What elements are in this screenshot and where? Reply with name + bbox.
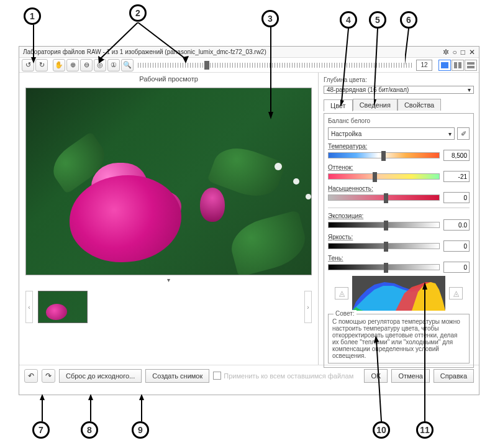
strip-next-button[interactable]: › [304,291,312,323]
view-split-h-button[interactable] [465,60,477,71]
eyedropper-icon: ✐ [461,130,466,138]
callout-9: 9 [132,421,149,439]
histogram [352,276,445,311]
svg-rect-27 [467,62,475,65]
callout-5: 5 [369,11,386,29]
rotate-left-button[interactable]: ↺ [22,59,34,71]
shadow-clip-warning-button[interactable]: ◬ [335,287,348,299]
callout-7: 7 [32,421,50,439]
thumbnail-strip: ‹ › [25,288,312,326]
maximize-icon[interactable]: □ [461,48,465,57]
svg-rect-25 [454,62,457,68]
brightness-label: Яркость: [328,234,470,240]
hint-title: Совет: [334,310,356,317]
thumbnail-item[interactable] [38,291,88,323]
warning-icon: ◬ [453,289,459,298]
callout-1: 1 [24,7,41,25]
preview-pane: Рабочий просмотр ▾ ‹ › [19,73,319,365]
warning-icon: ◬ [339,289,345,298]
tab-properties[interactable]: Свойства [397,99,441,111]
tab-details[interactable]: Сведения [353,99,397,111]
highlight-clip-warning-button[interactable]: ◬ [449,287,463,299]
temperature-label: Температура: [328,143,470,150]
pan-hand-button[interactable]: ✋ [53,59,65,71]
undo-button[interactable]: ↶ [24,369,38,383]
settings-icon[interactable]: ✲ [443,48,449,57]
callout-11: 11 [416,421,434,439]
bottom-bar: ↶ ↷ Сброс до исходного... Создать снимок… [19,365,479,386]
wb-preset-dropdown[interactable]: Настройка ▾ [328,127,455,140]
zoom-slider[interactable]: 12 [138,60,432,71]
raw-lab-window: Лаборатория файлов RAW - 1 из 1 изображе… [19,46,479,395]
tint-slider[interactable] [328,173,440,180]
callout-4: 4 [340,11,357,29]
ok-button[interactable]: OK [364,369,388,383]
help-button[interactable]: Справка [434,369,474,383]
zoom-100-button[interactable]: ① [107,59,120,71]
saturation-slider[interactable] [328,194,440,201]
brightness-value[interactable] [443,240,470,252]
shadow-label: Тень: [328,255,470,262]
temperature-value[interactable] [443,150,470,161]
tint-label: Оттенок: [328,164,470,171]
svg-rect-28 [467,66,475,68]
cancel-button[interactable]: Отмена [391,369,429,383]
hint-body: С помощью регулятора температуры можно н… [332,318,460,359]
zoom-out-button[interactable]: ⊖ [80,59,93,71]
main-toolbar: ↺ ↻ ✋ ⊕ ⊖ ◎ ① 🔍 12 [19,58,479,73]
chevron-down-icon: ▾ [468,86,471,93]
tab-color-body: Баланс белого Настройка ▾ ✐ Температура: [324,113,474,368]
wb-group-label: Баланс белого [328,117,470,124]
zoom-value[interactable]: 12 [416,60,432,71]
zoom-tool-button[interactable]: 🔍 [121,59,134,71]
exposure-slider[interactable] [328,222,440,228]
zoom-fit-button[interactable]: ◎ [94,59,106,71]
exposure-label: Экспозиция: [328,213,470,219]
close-icon[interactable]: ✕ [469,48,475,57]
redo-button[interactable]: ↷ [42,369,55,383]
adjustments-pane: Глубина цвета: 48-разрядная (16 бит/кана… [319,73,479,365]
strip-prev-button[interactable]: ‹ [25,291,33,323]
title-bar: Лаборатория файлов RAW - 1 из 1 изображе… [19,47,479,58]
callout-8: 8 [81,421,98,439]
create-snapshot-button[interactable]: Создать снимок [145,369,209,383]
callout-2: 2 [129,4,147,22]
shadow-value[interactable] [443,262,470,273]
rotate-right-button[interactable]: ↻ [35,59,48,71]
brightness-slider[interactable] [328,243,440,249]
saturation-label: Насыщенность: [328,185,470,192]
temperature-slider[interactable] [328,152,440,158]
adjustment-tabs: Цвет Сведения Свойства [324,99,474,111]
saturation-value[interactable] [443,192,470,203]
callout-3: 3 [261,10,279,27]
svg-rect-24 [441,62,448,68]
window-title: Лаборатория файлов RAW - 1 из 1 изображе… [23,48,266,55]
tint-value[interactable] [443,171,470,182]
minimize-icon[interactable]: ○ [453,48,457,57]
shadow-slider[interactable] [328,264,440,270]
zoom-in-button[interactable]: ⊕ [66,59,79,71]
eyedropper-button[interactable]: ✐ [457,127,470,140]
color-depth-label: Глубина цвета: [324,76,474,83]
color-depth-dropdown[interactable]: 48-разрядная (16 бит/канал) ▾ [324,86,474,94]
reset-button[interactable]: Сброс до исходного... [59,369,142,383]
chevron-down-icon: ▾ [448,130,452,137]
view-single-button[interactable] [438,60,451,71]
preview-image[interactable] [25,88,312,275]
tab-color[interactable]: Цвет [324,99,353,111]
exposure-value[interactable] [443,219,470,231]
view-split-v-button[interactable] [452,60,464,71]
preview-label: Рабочий просмотр [19,73,318,85]
hint-box: Совет: С помощью регулятора температуры … [328,314,470,363]
svg-rect-26 [458,62,461,68]
checkbox-icon [213,372,221,380]
thumb-strip-toggle-icon[interactable]: ▾ [19,277,318,284]
callout-10: 10 [373,421,390,439]
callout-6: 6 [400,11,417,29]
apply-to-remaining-checkbox[interactable]: Применить ко всем оставшимся файлам [213,372,353,380]
